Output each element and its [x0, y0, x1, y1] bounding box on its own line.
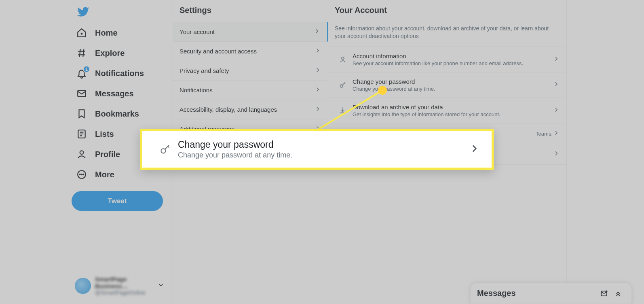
chevron-down-icon [157, 281, 165, 290]
settings-row-label: Notifications [179, 87, 213, 94]
account-name: SmartPage Business… [95, 276, 157, 289]
detail-account-information[interactable]: Account information See your account inf… [328, 47, 566, 72]
detail-row-title: Account information [353, 53, 553, 60]
nav-label: Profile [95, 150, 120, 159]
messages-dock-title: Messages [477, 289, 598, 298]
nav-label: Explore [95, 49, 125, 58]
chevron-right-icon [553, 55, 560, 64]
key-icon [156, 143, 175, 155]
settings-security[interactable]: Security and account access [173, 42, 328, 61]
settings-row-label: Privacy and safety [179, 67, 229, 74]
detail-row-title: Change your password [353, 78, 553, 85]
settings-notifications[interactable]: Notifications [173, 81, 328, 100]
key-icon [335, 81, 351, 89]
svg-point-0 [81, 33, 82, 34]
more-icon [76, 169, 87, 180]
hash-icon [76, 48, 87, 58]
chevron-right-icon [314, 105, 321, 114]
nav-label: More [95, 170, 114, 179]
settings-privacy[interactable]: Privacy and safety [173, 61, 328, 81]
detail-download-archive[interactable]: Download an archive of your data Get ins… [328, 98, 566, 123]
notification-badge: 1 [83, 66, 90, 73]
home-icon [76, 28, 87, 38]
download-icon [335, 106, 351, 115]
nav-label: Notifications [95, 69, 144, 78]
nav-notifications[interactable]: 1 Notifications [72, 63, 168, 83]
chevron-right-icon [553, 81, 560, 89]
svg-point-9 [340, 85, 343, 87]
nav-label: Messages [95, 89, 134, 98]
detail-row-title: Download an archive of your data [353, 104, 553, 111]
chevron-right-icon [314, 86, 321, 94]
nav-label: Lists [95, 130, 114, 139]
account-handle: @SmartPageOnline [95, 289, 157, 296]
settings-header: Settings [173, 0, 328, 22]
settings-row-label: Your account [179, 28, 215, 35]
svg-point-5 [80, 174, 80, 175]
nav-bookmarks[interactable]: Bookmarks [72, 104, 168, 124]
nav-label: Home [95, 28, 118, 38]
callout-title: Change your password [178, 139, 469, 150]
messages-dock[interactable]: Messages [470, 283, 632, 304]
nav-messages[interactable]: Messages [72, 83, 168, 104]
chevron-right-icon [553, 106, 560, 115]
svg-point-6 [81, 174, 82, 175]
nav-home[interactable]: Home [72, 23, 168, 43]
list-icon [76, 129, 87, 139]
settings-accessibility[interactable]: Accessibility, display, and languages [173, 100, 328, 119]
callout-change-password[interactable]: Change your password Change your passwor… [140, 129, 494, 170]
bell-icon: 1 [76, 68, 87, 79]
detail-change-password[interactable]: Change your password Change your passwor… [328, 72, 566, 98]
detail-description: See information about your account, down… [328, 21, 566, 47]
new-message-icon[interactable] [598, 287, 611, 300]
detail-row-sub: Get insights into the type of informatio… [353, 111, 553, 117]
chevron-right-icon [553, 150, 560, 159]
expand-up-icon[interactable] [611, 287, 625, 300]
svg-point-7 [83, 174, 84, 175]
bookmark-icon [76, 108, 87, 119]
account-switcher[interactable]: SmartPage Business… @SmartPageOnline [72, 272, 168, 300]
chevron-right-icon [469, 143, 479, 155]
settings-row-label: Security and account access [179, 48, 257, 55]
chevron-right-icon [553, 129, 560, 138]
svg-point-8 [342, 57, 344, 60]
twitter-logo[interactable] [73, 2, 93, 22]
chevron-right-icon [314, 47, 321, 55]
nav-label: Bookmarks [95, 109, 139, 119]
tweet-button[interactable]: Tweet [72, 191, 163, 211]
callout-dot [378, 86, 387, 95]
settings-row-label: Accessibility, display, and languages [179, 106, 277, 113]
person-icon [335, 55, 351, 64]
settings-your-account[interactable]: Your account [173, 22, 328, 42]
chevron-right-icon [314, 66, 321, 75]
detail-row-sub: See your account information like your p… [353, 60, 553, 66]
chevron-right-icon [313, 28, 321, 36]
person-icon [76, 149, 87, 159]
callout-sub: Change your password at any time. [178, 151, 469, 159]
svg-point-3 [80, 151, 84, 154]
nav-explore[interactable]: Explore [72, 43, 168, 63]
avatar [75, 278, 91, 294]
mail-icon [76, 88, 87, 99]
detail-header: Your Account [328, 0, 566, 21]
